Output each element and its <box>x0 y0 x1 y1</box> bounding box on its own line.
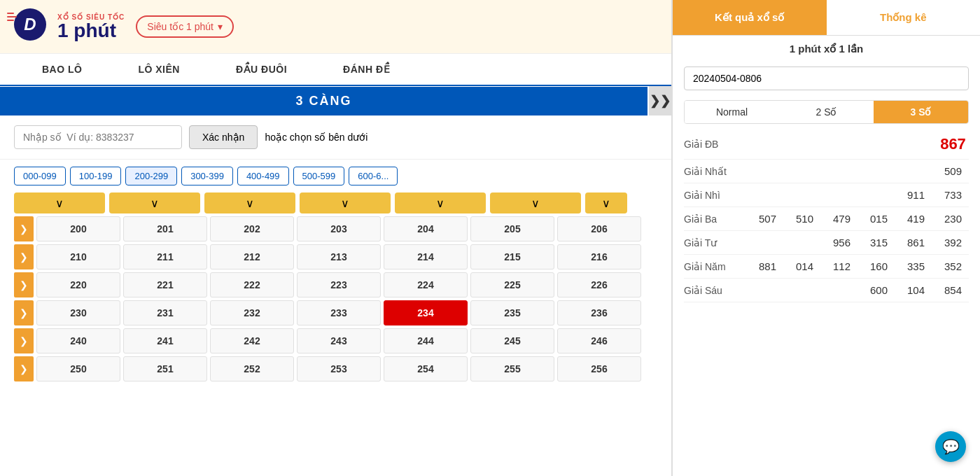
num-cell-241[interactable]: 241 <box>123 328 207 354</box>
num-cell-201[interactable]: 201 <box>123 216 207 241</box>
sub-tab-normal[interactable]: Normal <box>685 101 779 123</box>
prize-label-db: Giải ĐB <box>684 139 740 150</box>
speed-lines-icon <box>7 13 17 21</box>
num-cell-240[interactable]: 240 <box>36 328 120 354</box>
prize-values-tu: 956 315 861 392 <box>740 237 969 248</box>
left-panel: D XỔ SỐ SIÊU TỐC 1 phút Siêu tốc 1 phút … <box>0 0 672 476</box>
row-arrow-2[interactable]: ❯ <box>14 272 34 298</box>
sub-tab-2so[interactable]: 2 Số <box>779 101 874 123</box>
chat-button[interactable]: 💬 <box>935 431 966 462</box>
num-cell-205[interactable]: 205 <box>470 216 554 241</box>
prize-value-nhat-0: 509 <box>937 165 969 177</box>
collapse-btn-5[interactable]: ∨ <box>490 192 581 214</box>
num-cell-225[interactable]: 225 <box>470 272 554 298</box>
num-cell-216[interactable]: 216 <box>557 244 641 270</box>
num-cell-232[interactable]: 232 <box>210 300 294 326</box>
num-cell-244[interactable]: 244 <box>384 328 468 354</box>
num-cell-221[interactable]: 221 <box>123 272 207 298</box>
prize-value-tu-3: 392 <box>937 237 969 248</box>
num-cell-242[interactable]: 242 <box>210 328 294 354</box>
range-tab-5[interactable]: 500-599 <box>293 167 345 186</box>
tab-danh-de[interactable]: ĐÁNH ĐỀ <box>315 54 418 85</box>
num-cell-253[interactable]: 253 <box>297 356 381 382</box>
num-cell-200[interactable]: 200 <box>36 216 120 241</box>
collapse-btn-3[interactable]: ∨ <box>300 192 391 214</box>
num-cell-202[interactable]: 202 <box>210 216 294 241</box>
num-cell-231[interactable]: 231 <box>123 300 207 326</box>
num-cell-230[interactable]: 230 <box>36 300 120 326</box>
row-arrow-3[interactable]: ❯ <box>14 300 34 326</box>
confirm-button[interactable]: Xác nhận <box>189 125 258 149</box>
num-cell-210[interactable]: 210 <box>36 244 120 270</box>
collapse-btn-0[interactable]: ∨ <box>14 192 105 214</box>
tab-ket-qua[interactable]: Kết quả xổ số <box>673 0 827 35</box>
num-cell-254[interactable]: 254 <box>384 356 468 382</box>
logo-title: 1 phút <box>57 21 125 41</box>
range-tab-6[interactable]: 600-6... <box>349 167 398 186</box>
prize-value-nam-0: 881 <box>752 260 783 272</box>
sub-tab-3so[interactable]: 3 Số <box>874 101 968 123</box>
num-cell-213[interactable]: 213 <box>297 244 381 270</box>
result-row-nhat: Giải Nhất 509 <box>684 160 969 183</box>
result-row-sau: Giải Sáu 600 104 854 <box>684 279 969 302</box>
section-next-arrow[interactable]: ❯❯ <box>649 86 671 115</box>
num-cell-246[interactable]: 246 <box>557 328 641 354</box>
collapse-btn-1[interactable]: ∨ <box>109 192 200 214</box>
speed-button[interactable]: Siêu tốc 1 phút <box>136 15 234 38</box>
period-select[interactable]: 20240504-0806 <box>684 66 969 90</box>
collapse-btn-2[interactable]: ∨ <box>204 192 295 214</box>
num-cell-203[interactable]: 203 <box>297 216 381 241</box>
num-cell-256[interactable]: 256 <box>557 356 641 382</box>
collapse-row: ∨ ∨ ∨ ∨ ∨ ∨ ∨ <box>0 192 671 214</box>
num-cell-255[interactable]: 255 <box>470 356 554 382</box>
num-cell-204[interactable]: 204 <box>384 216 468 241</box>
num-cell-243[interactable]: 243 <box>297 328 381 354</box>
num-cell-211[interactable]: 211 <box>123 244 207 270</box>
num-cell-252[interactable]: 252 <box>210 356 294 382</box>
section-header-row: 3 CÀNG ❯❯ <box>0 86 671 115</box>
input-hint: hoặc chọn số bên dưới <box>265 132 368 143</box>
num-cell-224[interactable]: 224 <box>384 272 468 298</box>
num-cell-223[interactable]: 223 <box>297 272 381 298</box>
collapse-btn-4[interactable]: ∨ <box>395 192 486 214</box>
tab-lo-xien[interactable]: LÔ XIÊN <box>110 54 208 85</box>
prize-value-nam-2: 112 <box>826 260 858 272</box>
row-arrow-5[interactable]: ❯ <box>14 356 34 382</box>
num-cell-233[interactable]: 233 <box>297 300 381 326</box>
tab-dau-duoi[interactable]: ĐẦU ĐUÔI <box>208 54 315 85</box>
num-cell-220[interactable]: 220 <box>36 272 120 298</box>
num-cell-250[interactable]: 250 <box>36 356 120 382</box>
num-cell-251[interactable]: 251 <box>123 356 207 382</box>
period-label: 1 phút xổ 1 lần <box>790 43 864 55</box>
row-arrow-1[interactable]: ❯ <box>14 244 34 270</box>
num-cell-214[interactable]: 214 <box>384 244 468 270</box>
num-cell-222[interactable]: 222 <box>210 272 294 298</box>
tab-thong-ke[interactable]: Thống kê <box>827 0 981 35</box>
num-cell-206[interactable]: 206 <box>557 216 641 241</box>
prize-value-ba-3: 015 <box>863 213 895 225</box>
num-cell-212[interactable]: 212 <box>210 244 294 270</box>
num-cell-234[interactable]: 234 <box>384 300 468 326</box>
sub-tabs: Normal 2 Số 3 Số <box>684 100 969 124</box>
prize-label-nhi: Giải Nhì <box>684 190 740 201</box>
row-arrow-4[interactable]: ❯ <box>14 328 34 354</box>
range-tab-1[interactable]: 100-199 <box>70 167 122 186</box>
num-cell-245[interactable]: 245 <box>470 328 554 354</box>
range-tab-4[interactable]: 400-499 <box>237 167 289 186</box>
num-cell-226[interactable]: 226 <box>557 272 641 298</box>
prize-value-ba-0: 507 <box>752 213 783 225</box>
range-tab-3[interactable]: 300-399 <box>181 167 233 186</box>
row-arrow-0[interactable]: ❯ <box>14 216 34 241</box>
section-header: 3 CÀNG <box>0 87 648 115</box>
range-tab-0[interactable]: 000-099 <box>14 167 66 186</box>
right-panel: Kết quả xổ số Thống kê 1 phút xổ 1 lần 2… <box>672 0 980 476</box>
range-tab-2[interactable]: 200-299 <box>125 167 177 186</box>
prize-value-ba-5: 230 <box>937 213 969 225</box>
num-cell-236[interactable]: 236 <box>557 300 641 326</box>
number-input[interactable] <box>14 125 182 149</box>
collapse-btn-6[interactable]: ∨ <box>585 192 627 214</box>
num-cell-215[interactable]: 215 <box>470 244 554 270</box>
tab-bao-lo[interactable]: BAO LÔ <box>14 54 110 85</box>
num-cell-235[interactable]: 235 <box>470 300 554 326</box>
grid-row-3: ❯ 230 231 232 233 234 235 236 <box>14 300 657 326</box>
